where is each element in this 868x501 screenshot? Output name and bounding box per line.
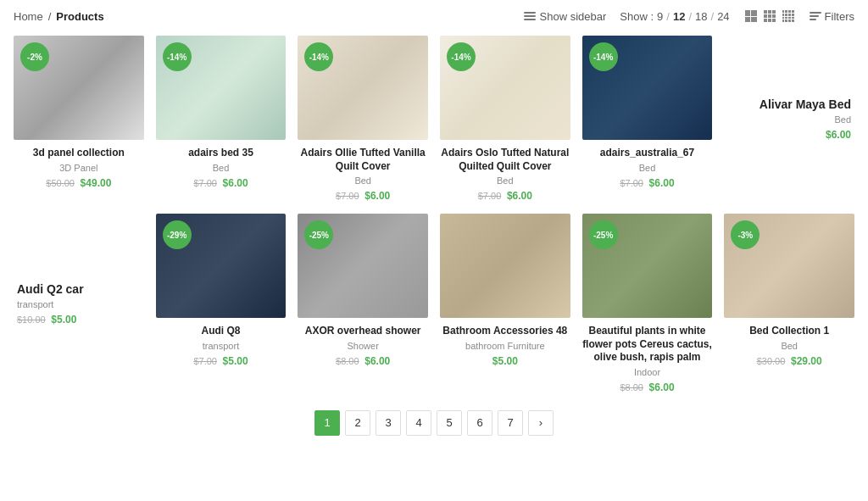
breadcrumb-current: Products — [56, 10, 103, 23]
price-wrap-5: $7.00 $6.00 — [582, 176, 713, 189]
show-sidebar-label: Show sidebar — [540, 10, 607, 23]
discount-badge-audi-q8: -29% — [163, 220, 192, 249]
price-old-5: $7.00 — [620, 178, 643, 188]
price-new-3: $6.00 — [364, 190, 390, 202]
page-btn-4[interactable]: 4 — [406, 410, 431, 436]
price-new-plants: $6.00 — [649, 381, 675, 393]
page-btn-3[interactable]: 3 — [376, 410, 401, 436]
product-cat-5: Bed — [582, 163, 713, 173]
show-option-12[interactable]: 12 — [673, 10, 685, 23]
price-old-1: $50.00 — [46, 178, 75, 188]
product-cat-4: Bed — [440, 175, 570, 186]
price-new-1: $49.00 — [81, 177, 112, 189]
filters-label: Filters — [825, 10, 854, 23]
product-card-featured[interactable]: Alivar Maya Bed Bed $6.00 — [724, 36, 854, 202]
price-wrap-3: $7.00 $6.00 — [298, 189, 428, 202]
product-card-4[interactable]: -14% Adairs Oslo Tufted Natural Quilted … — [440, 36, 570, 202]
product-name-3: Adairs Ollie Tufted Vanilla Quilt Cover — [298, 147, 428, 173]
sidebar-lines-icon — [524, 12, 536, 20]
page-btn-6[interactable]: 6 — [467, 410, 492, 436]
price-old-audi-q8: $7.00 — [193, 356, 217, 366]
product-name-4: Adairs Oslo Tufted Natural Quilted Quilt… — [440, 147, 570, 173]
price-new-bedcol: $29.00 — [791, 355, 822, 367]
product-card-bedcol[interactable]: -3% Bed Collection 1 Bed $30.00 $29.00 — [724, 214, 854, 393]
discount-badge-2: -14% — [163, 42, 192, 71]
products-grid: -2% 3d panel collection 3D Panel $50.00 … — [14, 36, 854, 393]
page-btn-1[interactable]: 1 — [314, 410, 340, 436]
product-cat-axor: Shower — [298, 341, 428, 351]
toolbar: Show sidebar Show : 9 / 12 / 18 / 24 — [524, 8, 854, 24]
price-wrap-4: $7.00 $6.00 — [440, 189, 570, 202]
product-card-audi-q2-text[interactable]: Audi Q2 car transport $10.00 $5.00 — [14, 214, 144, 393]
product-cat-2: Bed — [156, 163, 287, 173]
price-old-plants: $8.00 — [620, 382, 643, 392]
price-old-3: $7.00 — [336, 191, 359, 201]
price-wrap-plants: $8.00 $6.00 — [582, 381, 713, 393]
pagination: 1 2 3 4 5 6 7 › — [14, 410, 854, 436]
view-mode-icons — [743, 8, 796, 24]
product-cat-bathroom: bathroom Furniture — [440, 341, 570, 351]
product-card-axor[interactable]: -25% AXOR overhead shower Shower $8.00 $… — [298, 214, 428, 393]
audi-q2-price-wrap: $10.00 $5.00 — [17, 313, 76, 326]
product-card-bathroom[interactable]: Bathroom Accessories 48 bathroom Furnitu… — [440, 214, 570, 393]
page-btn-2[interactable]: 2 — [345, 410, 370, 436]
product-card-1[interactable]: -2% 3d panel collection 3D Panel $50.00 … — [14, 36, 144, 202]
breadcrumb-separator: / — [48, 10, 52, 23]
discount-badge-1: -2% — [20, 42, 49, 71]
page-btn-next[interactable]: › — [528, 410, 554, 436]
product-name-plants: Beautiful plants in white flower pots Ce… — [582, 325, 713, 365]
discount-badge-plants: -25% — [589, 220, 618, 249]
price-wrap-1: $50.00 $49.00 — [14, 176, 144, 189]
price-old-4: $7.00 — [478, 191, 502, 201]
show-option-24[interactable]: 24 — [717, 10, 729, 23]
featured-price-wrap: $6.00 — [826, 128, 851, 141]
filters-icon — [810, 12, 821, 20]
audi-q2-price-new: $5.00 — [51, 314, 76, 326]
filters-button[interactable]: Filters — [810, 10, 854, 23]
show-count-selector: Show : 9 / 12 / 18 / 24 — [620, 10, 729, 23]
show-option-9[interactable]: 9 — [657, 10, 663, 23]
featured-product-cat: Bed — [834, 114, 851, 125]
product-name-audi-q8: Audi Q8 — [156, 325, 287, 338]
view-grid-2-button[interactable] — [743, 8, 759, 24]
price-new-2: $6.00 — [223, 177, 248, 189]
price-wrap-audi-q8: $7.00 $5.00 — [156, 354, 287, 367]
price-only-bathroom: $5.00 — [492, 355, 518, 367]
show-option-18[interactable]: 18 — [695, 10, 707, 23]
featured-product-name: Alivar Maya Bed — [760, 97, 851, 112]
breadcrumb-home[interactable]: Home — [14, 10, 43, 23]
price-new-axor: $6.00 — [364, 355, 390, 367]
view-grid-4-button[interactable] — [781, 8, 796, 24]
product-cat-bedcol: Bed — [724, 341, 854, 351]
product-card-audi-q8[interactable]: -29% Audi Q8 transport $7.00 $5.00 — [156, 214, 287, 393]
price-new-4: $6.00 — [507, 190, 532, 202]
audi-q2-price-old: $10.00 — [17, 315, 46, 325]
product-name-2: adairs bed 35 — [156, 147, 287, 160]
product-cat-3: Bed — [298, 175, 428, 186]
product-card-2[interactable]: -14% adairs bed 35 Bed $7.00 $6.00 — [156, 36, 287, 202]
price-new-5: $6.00 — [649, 177, 675, 189]
price-wrap-bathroom: $5.00 — [440, 354, 570, 367]
show-label: Show : — [620, 10, 654, 23]
product-card-5[interactable]: -14% adairs_australia_67 Bed $7.00 $6.00 — [582, 36, 713, 202]
product-name-5: adairs_australia_67 — [582, 147, 713, 160]
audi-q2-cat: transport — [17, 299, 53, 309]
price-new-audi-q8: $5.00 — [223, 355, 248, 367]
audi-q2-name: Audi Q2 car — [17, 281, 84, 297]
product-card-plants[interactable]: -25% Beautiful plants in white flower po… — [582, 214, 713, 393]
price-wrap-bedcol: $30.00 $29.00 — [724, 354, 854, 367]
page-btn-7[interactable]: 7 — [498, 410, 523, 436]
view-grid-3-button[interactable] — [762, 8, 777, 24]
product-cat-1: 3D Panel — [14, 163, 144, 173]
price-old-bedcol: $30.00 — [757, 356, 786, 366]
breadcrumb: Home / Products Show sidebar Show : 9 / … — [14, 8, 854, 24]
page-btn-5[interactable]: 5 — [437, 410, 462, 436]
featured-price-new: $6.00 — [826, 129, 851, 141]
price-wrap-2: $7.00 $6.00 — [156, 176, 287, 189]
product-name-1: 3d panel collection — [14, 147, 144, 160]
show-sidebar-button[interactable]: Show sidebar — [524, 10, 607, 23]
price-old-2: $7.00 — [193, 178, 217, 188]
product-name-bedcol: Bed Collection 1 — [724, 325, 854, 338]
discount-badge-4: -14% — [447, 42, 476, 71]
product-card-3[interactable]: -14% Adairs Ollie Tufted Vanilla Quilt C… — [298, 36, 428, 202]
